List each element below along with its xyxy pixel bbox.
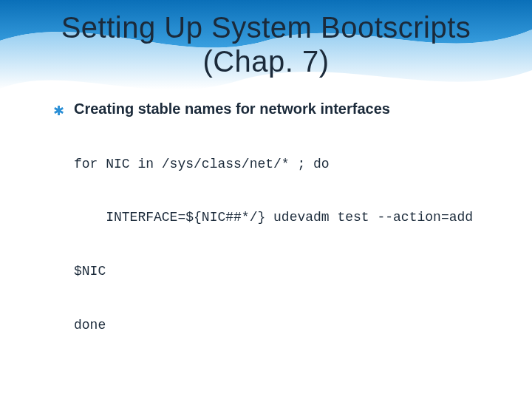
slide-title: Setting Up System Bootscripts (Chap. 7) <box>30 10 502 78</box>
code-block: for NIC in /sys/class/net/* ; do INTERFA… <box>74 119 488 399</box>
item-title: Creating stable names for network interf… <box>74 100 390 117</box>
code-line: for NIC in /sys/class/net/* ; do <box>74 155 488 173</box>
bullet-item: ✱ Creating stable names for network inte… <box>53 100 488 399</box>
asterisk-icon: ✱ <box>53 104 64 117</box>
slide-content: ✱ Creating stable names for network inte… <box>0 78 532 399</box>
code-line: done <box>74 316 488 334</box>
code-line: $NIC <box>74 262 488 280</box>
code-line: INTERFACE=${NIC##*/} udevadm test --acti… <box>74 208 488 226</box>
